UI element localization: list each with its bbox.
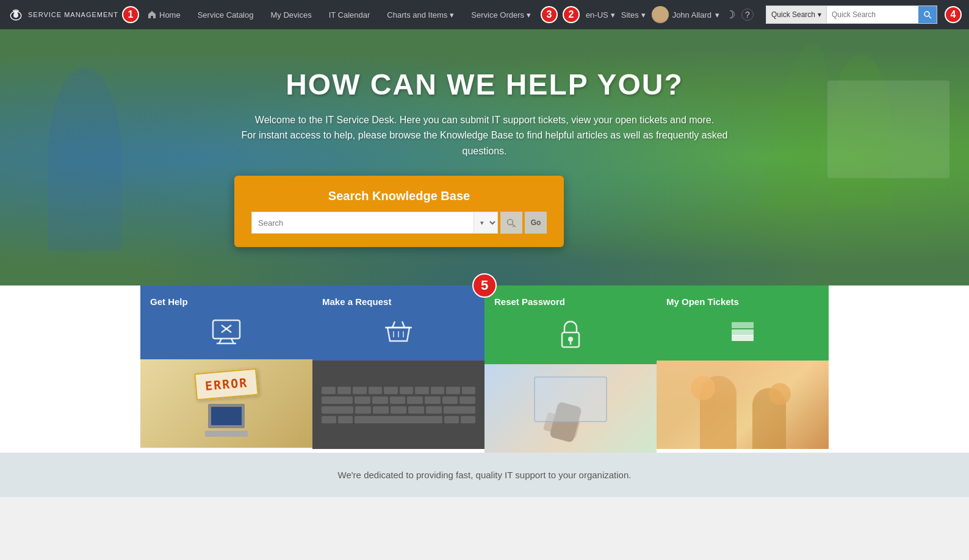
card-make-request[interactable]: Make a Request [312, 285, 484, 453]
theme-toggle-icon[interactable]: ☽ [726, 8, 735, 21]
card-reset-password[interactable]: Reset Password [484, 285, 657, 453]
home-icon [148, 10, 156, 19]
knowledge-base-go-button[interactable]: Go [525, 212, 547, 234]
card-get-help-header: Get Help [140, 285, 312, 359]
badge-3: 3 [541, 6, 558, 23]
sites-selector[interactable]: Sites ▾ [621, 10, 646, 20]
card-my-open-tickets-icon-area [666, 314, 819, 354]
card-reset-password-label: Reset Password [494, 296, 565, 307]
search-type-button[interactable]: Quick Search ▾ [766, 6, 827, 23]
card-make-request-label: Make a Request [322, 296, 391, 307]
card-get-help-image: ERROR [140, 359, 312, 448]
brand-tagline: SERVICE MANAGEMENT [28, 11, 118, 18]
lock-icon [558, 319, 583, 350]
card-get-help-label: Get Help [150, 296, 188, 307]
svg-line-5 [513, 226, 514, 227]
card-my-open-tickets[interactable]: My Open Tickets [657, 285, 829, 453]
knowledge-base-search-dropdown[interactable]: ▾ [474, 212, 497, 233]
knowledge-base-search-row: ▾ Go [251, 212, 547, 234]
hero-title: HOW CAN WE HELP YOU? [234, 68, 735, 101]
cherwell-logo-icon [7, 6, 24, 23]
card-get-help-illustration: ERROR [140, 359, 312, 448]
layers-icon [727, 319, 758, 346]
card-make-request-header: Make a Request [312, 285, 484, 361]
svg-point-3 [508, 220, 513, 225]
main-menu: Home Service Catalog My Devices IT Calen… [139, 0, 563, 29]
svg-rect-21 [732, 322, 754, 328]
language-selector[interactable]: en-US ▾ [586, 10, 615, 20]
badge-1: 1 [122, 6, 139, 23]
logo-area[interactable]: SERVICE MANAGEMENT [7, 6, 118, 23]
top-navigation: SERVICE MANAGEMENT 1 Home Service Catalo… [0, 0, 969, 29]
card-reset-password-image [484, 364, 657, 453]
nav-home[interactable]: Home [139, 0, 189, 29]
footer: We're dedicated to providing fast, quali… [0, 453, 969, 497]
svg-rect-19 [732, 335, 754, 341]
card-my-open-tickets-image [657, 361, 829, 449]
nav-search-button[interactable] [918, 6, 937, 23]
card-get-help[interactable]: Get Help ERROR [140, 285, 312, 453]
badge-4: 4 [945, 6, 962, 23]
nav-search-input[interactable] [827, 6, 918, 23]
monitor-error-icon [211, 319, 242, 345]
card-reset-password-header: Reset Password [484, 285, 657, 364]
card-reset-password-icon-area [494, 314, 647, 358]
badge-5: 5 [472, 273, 497, 298]
hero-content: HOW CAN WE HELP YOU? Welcome to the IT S… [210, 68, 759, 248]
card-my-open-tickets-label: My Open Tickets [666, 296, 739, 307]
card-make-request-icon-area [322, 314, 475, 354]
svg-point-1 [924, 12, 929, 16]
cards-row: 5 Get Help ERROR [140, 285, 829, 453]
footer-text: We're dedicated to providing fast, quali… [24, 470, 945, 480]
knowledge-base-search-key-icon-button[interactable] [500, 212, 522, 234]
knowledge-base-search-box: Search Knowledge Base ▾ Go [234, 176, 564, 247]
card-reset-password-illustration [484, 364, 657, 453]
help-icon[interactable]: ? [741, 9, 754, 21]
svg-line-2 [929, 16, 932, 19]
card-my-open-tickets-illustration [657, 361, 829, 449]
badge-2: 2 [563, 6, 580, 23]
search-icon [923, 10, 932, 19]
avatar [652, 6, 669, 23]
nav-it-calendar[interactable]: IT Calendar [320, 0, 379, 29]
nav-charts-and-items[interactable]: Charts and Items ▾ [378, 0, 463, 29]
nav-service-orders[interactable]: Service Orders ▾ [463, 0, 539, 29]
hero-section: HOW CAN WE HELP YOU? Welcome to the IT S… [0, 29, 969, 285]
svg-rect-20 [732, 329, 754, 336]
basket-icon [384, 319, 413, 346]
card-make-request-illustration [312, 361, 484, 449]
knowledge-base-search-input[interactable] [252, 212, 474, 233]
card-my-open-tickets-header: My Open Tickets [657, 285, 829, 361]
svg-point-17 [568, 337, 573, 342]
knowledge-base-search-input-wrap: ▾ [251, 212, 498, 234]
user-menu[interactable]: John Allard ▾ [652, 6, 719, 23]
knowledge-base-search-title: Search Knowledge Base [251, 189, 547, 203]
card-get-help-icon-area [150, 314, 303, 353]
card-make-request-image [312, 361, 484, 449]
nav-service-catalog[interactable]: Service Catalog [189, 0, 262, 29]
top-right-area: 2 en-US ▾ Sites ▾ John Allard ▾ ☽ ? Quic… [563, 5, 962, 24]
key-icon [506, 217, 517, 228]
nav-my-devices[interactable]: My Devices [262, 0, 320, 29]
cards-section: 5 Get Help ERROR [0, 285, 969, 453]
nav-search-bar: Quick Search ▾ [766, 5, 937, 24]
hero-subtitle: Welcome to the IT Service Desk. Here you… [234, 112, 735, 159]
